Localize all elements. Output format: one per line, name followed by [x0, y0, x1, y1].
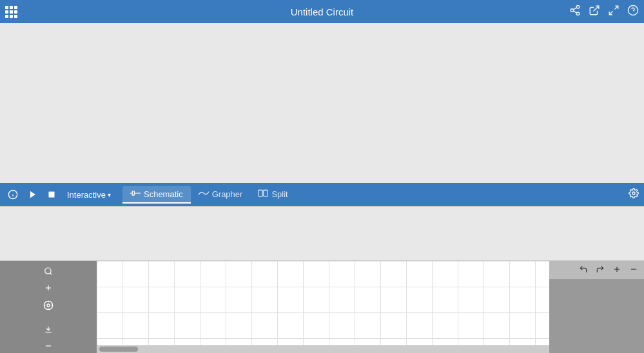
tab-group: Schematic Grapher Split [122, 186, 296, 204]
page-title: Untitled Circuit [291, 6, 354, 17]
svg-point-0 [576, 6, 580, 9]
svg-rect-22 [264, 190, 268, 196]
svg-line-25 [50, 273, 52, 275]
header-left [5, 6, 17, 18]
scrollbar-thumb[interactable] [99, 347, 138, 352]
svg-point-2 [576, 12, 580, 15]
svg-rect-14 [49, 192, 55, 198]
svg-point-28 [44, 301, 52, 309]
chevron-down-icon: ▾ [108, 191, 111, 198]
tab-grapher[interactable]: Grapher [191, 186, 251, 204]
svg-rect-21 [259, 190, 262, 196]
download-button[interactable] [42, 323, 55, 336]
schematic-icon [130, 189, 141, 200]
svg-line-6 [615, 6, 618, 9]
tab-schematic-label: Schematic [144, 189, 183, 199]
svg-point-24 [45, 268, 51, 274]
zoom-in-button[interactable] [42, 281, 55, 294]
header-bar: Untitled Circuit [0, 0, 644, 23]
right-panel [549, 261, 644, 353]
grid-canvas[interactable] [97, 261, 549, 353]
search-button[interactable] [42, 265, 55, 278]
tab-split[interactable]: Split [250, 186, 295, 204]
right-panel-toolbar [549, 261, 644, 279]
svg-marker-13 [30, 191, 35, 198]
undo-button[interactable] [577, 264, 590, 276]
horizontal-scrollbar[interactable] [97, 345, 549, 353]
svg-line-7 [609, 12, 612, 15]
share-icon[interactable] [569, 5, 581, 19]
interactive-dropdown[interactable]: Interactive ▾ [63, 189, 115, 201]
svg-line-4 [573, 8, 576, 10]
svg-point-29 [47, 304, 50, 307]
header-icons [569, 5, 639, 19]
split-icon [258, 189, 268, 200]
toolbar-bar: Interactive ▾ Schematic [0, 183, 644, 206]
play-button[interactable] [26, 189, 40, 200]
tab-grapher-label: Grapher [212, 189, 243, 199]
info-button[interactable] [5, 188, 21, 201]
simulation-area [0, 206, 644, 260]
apps-grid-icon[interactable] [5, 6, 17, 18]
redo-button[interactable] [594, 264, 607, 276]
help-icon[interactable] [627, 5, 639, 19]
fullscreen-icon[interactable] [608, 5, 620, 19]
grapher-icon [199, 189, 209, 200]
panel-zoom-in-button[interactable] [610, 264, 623, 276]
svg-point-23 [632, 192, 635, 195]
main-canvas [0, 23, 644, 183]
panel-zoom-out-button[interactable] [627, 264, 640, 276]
zoom-out-button[interactable] [42, 339, 55, 352]
svg-line-5 [594, 6, 599, 11]
export-icon[interactable] [589, 5, 600, 19]
grid-lines [97, 261, 549, 353]
stop-button[interactable] [45, 189, 58, 200]
svg-line-3 [573, 11, 576, 13]
interactive-label: Interactive [67, 190, 106, 200]
tab-schematic[interactable]: Schematic [122, 186, 191, 204]
left-sidebar [0, 261, 97, 353]
settings-button[interactable] [629, 188, 639, 201]
svg-point-1 [571, 9, 574, 12]
target-button[interactable] [41, 298, 55, 312]
tab-split-label: Split [271, 189, 288, 199]
bottom-area [0, 260, 644, 353]
